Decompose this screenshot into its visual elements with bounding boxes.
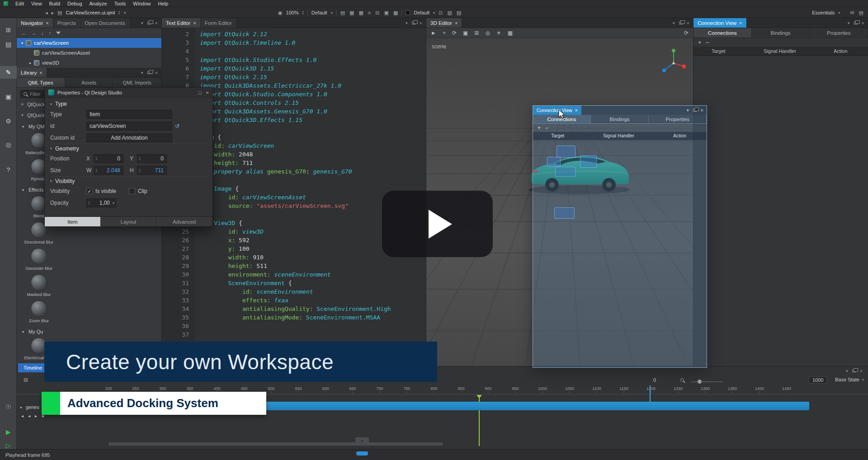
chevron-down-icon[interactable]: ▾ [673,21,675,25]
add-connection-button[interactable]: + [698,39,702,46]
tab-bindings[interactable]: Bindings [752,28,810,38]
reset-icon[interactable]: ↺ [175,123,179,129]
section-geometry[interactable]: ▾Geometry [50,144,207,153]
tab-qml-imports[interactable]: QML Imports [113,78,161,87]
split-icon[interactable]: ⊟ [375,10,379,15]
tab-advanced[interactable]: Advanced [156,217,212,226]
chevron-down-icon[interactable]: ▾ [406,21,408,25]
zoom-stepper[interactable]: ▴▾ [302,10,304,15]
tab-open-documents[interactable]: Open Documents [80,18,130,28]
chevron-down-icon[interactable]: ▾ [846,369,848,373]
axis-gizmo-icon[interactable] [660,48,687,74]
previous-frame-icon[interactable]: ◂ [28,413,30,418]
frame-icon[interactable]: ⊡ [439,10,443,15]
play-icon[interactable]: ▸ [35,413,37,418]
tab-timeline[interactable]: Timeline [18,363,47,372]
state-selector[interactable]: Base State ▾ [833,376,866,383]
tab-item[interactable]: Item [45,217,101,226]
expander-icon[interactable]: ▸ [19,405,24,409]
section-type[interactable]: ▾Type [50,99,207,108]
add-annotation-button[interactable]: Add Annotation [86,133,172,142]
id-field[interactable]: carViewScreen [86,122,172,131]
tab-assets[interactable]: Assets [65,78,113,87]
end-frame-field[interactable]: 1000 [809,376,827,384]
arrow-down-icon[interactable]: ↓ [41,30,44,36]
tab-bindings[interactable]: Bindings [591,115,649,123]
library-item-gaussian-blur[interactable]: Gaussian Blur [19,248,58,271]
menu-debug[interactable]: Debug [67,1,82,6]
horizontal-scroll-thumb[interactable] [356,451,368,455]
menu-edit[interactable]: Edit [15,1,24,6]
chevron-down-icon[interactable]: ▾ [848,21,850,25]
zoom-fit-icon[interactable]: ◉ [278,10,283,15]
close-icon[interactable]: × [155,70,158,75]
file-switcher-arrows[interactable]: ▴▾ [118,10,120,15]
screenshot-icon[interactable]: ☉ [0,400,17,413]
filter-icon[interactable] [56,32,61,34]
grid-icon[interactable]: ▦ [349,10,354,15]
tab-connections[interactable]: Connections [693,28,752,38]
close-icon[interactable]: × [687,20,689,26]
tab-3d-editor[interactable]: 3D Editor × [426,18,462,28]
undock-icon[interactable] [854,22,858,24]
origin-icon[interactable]: ◎ [485,30,490,36]
panel-icon[interactable]: ▣ [384,10,389,15]
timeline-zoom-slider[interactable] [691,381,723,382]
dock-indicator[interactable] [547,157,561,167]
tab-properties[interactable]: Properties [649,115,707,123]
workspace-selector[interactable]: Essentials [812,10,835,15]
dock-indicator[interactable] [555,167,576,177]
layout-icon[interactable]: ▤ [859,10,863,15]
library-item-zoom-blur[interactable]: Zoom Blur [19,300,58,323]
chevron-down-icon[interactable]: ▾ [141,21,143,25]
undock-icon[interactable] [147,71,151,74]
pattern-icon[interactable]: ▩ [393,10,398,15]
run-icon[interactable]: ▶ [0,426,17,438]
close-icon[interactable]: × [739,20,742,26]
remove-connection-button[interactable]: – [545,125,548,131]
close-icon[interactable]: × [575,108,578,113]
close-icon[interactable]: × [862,20,864,26]
close-icon[interactable]: × [155,20,158,26]
dock-indicator[interactable] [554,207,575,219]
y-spinner[interactable]: ▴▾0 [137,154,167,163]
undock-icon[interactable] [412,22,415,24]
back-icon[interactable]: ◂ [45,10,48,15]
close-icon[interactable]: × [193,20,196,26]
is-visible-checkbox[interactable]: ✓ [86,188,93,194]
tab-properties[interactable]: Properties [810,28,868,38]
dialog-titlebar[interactable]: Properties - Qt Design Studio □ × [45,88,212,98]
tab-connection-view[interactable]: Connection View × [533,106,581,115]
chevron-down-icon[interactable]: ▾ [687,108,689,113]
tab-connection-view[interactable]: Connection View × [693,18,747,28]
apps-icon[interactable]: ⊞ [0,23,17,36]
light-icon[interactable]: ☀ [496,30,501,36]
width-spinner[interactable]: ▴▾2.048 [94,166,123,175]
shade-icon[interactable]: ▨ [457,10,461,15]
undock-icon[interactable] [852,370,856,372]
add-connection-button[interactable]: + [538,125,541,131]
help-icon[interactable]: ? [0,164,17,176]
style-selector[interactable]: Default [311,10,327,15]
timeline-scrollbar[interactable] [108,442,443,446]
tree-item-carviewscreenasset[interactable]: carViewScreenAsset [17,48,161,58]
menu-help[interactable]: Help [158,1,168,6]
tab-qml-types[interactable]: QML Types [17,78,65,87]
projects-icon[interactable]: ▤ [0,38,17,51]
type-field[interactable]: Item [86,110,172,119]
undock-icon[interactable] [679,22,683,24]
close-icon[interactable]: × [860,368,863,374]
arrow-right-icon[interactable]: → [31,30,36,36]
table-icon[interactable]: ▦ [359,10,363,15]
to-start-icon[interactable]: ◂ [21,413,24,418]
reset-view-icon[interactable]: ⟳ [684,30,689,36]
height-spinner[interactable]: ▴▾711 [137,166,167,175]
maximize-icon[interactable]: □ [198,90,202,95]
grid-icon[interactable]: ▦ [508,30,513,36]
expand-handle[interactable]: ▾ [355,437,369,445]
dragged-connection-view-panel[interactable]: Connection View × ▾ × ConnectionsBinding… [533,105,707,368]
rotate-icon[interactable]: ⟳ [452,30,457,36]
x-spinner[interactable]: ▴▾0 [94,154,123,163]
arrow-left-icon[interactable]: ← [21,30,26,36]
menu-tools[interactable]: Tools [114,1,126,6]
